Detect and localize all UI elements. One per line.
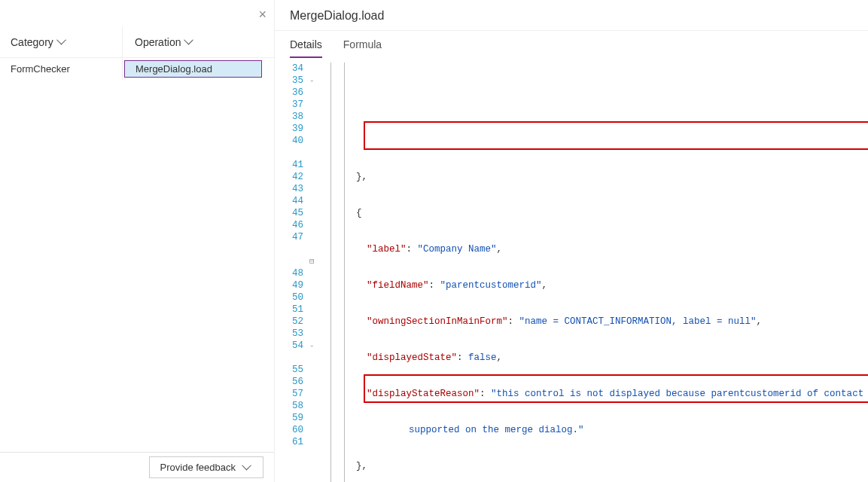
code-lines: }, { "label": "Company Name", "fieldName… [321, 63, 868, 482]
operation-cell: MergeDialog.load [122, 58, 274, 80]
category-header[interactable]: Category [0, 27, 122, 57]
category-header-label: Category [11, 36, 53, 48]
chevron-down-icon [243, 463, 252, 472]
fold-minus-icon[interactable]: - [309, 75, 315, 87]
left-footer: Provide feedback [0, 452, 274, 482]
chevron-down-icon [58, 38, 67, 47]
right-panel: MergeDialog.load Details Formula 3435363… [275, 0, 868, 482]
fold-minus-icon[interactable]: ⊟ [309, 255, 315, 267]
operation-header-label: Operation [135, 36, 181, 48]
operation-selected[interactable]: MergeDialog.load [124, 60, 262, 78]
category-cell[interactable]: FormChecker [0, 58, 122, 80]
left-panel: × Category Operation FormChecker MergeDi… [0, 0, 275, 482]
line-gutter: 3435363738394041424344454647484950515253… [275, 63, 308, 482]
operation-header[interactable]: Operation [122, 27, 274, 57]
highlight-box [364, 121, 868, 150]
tab-formula-label: Formula [343, 38, 382, 50]
tab-formula[interactable]: Formula [343, 38, 382, 58]
chevron-down-icon [185, 38, 194, 47]
page-title: MergeDialog.load [275, 0, 868, 31]
code-token: "label" [367, 244, 407, 255]
operation-value: MergeDialog.load [136, 63, 212, 75]
code-token: }, [356, 172, 367, 182]
code-token: { [356, 208, 362, 218]
provide-feedback-button[interactable]: Provide feedback [149, 456, 263, 478]
category-value: FormChecker [11, 63, 70, 75]
table-row: FormChecker MergeDialog.load [0, 57, 274, 80]
tab-details[interactable]: Details [290, 38, 322, 58]
close-icon[interactable]: × [258, 8, 266, 21]
feedback-label: Provide feedback [160, 462, 236, 473]
title-text: MergeDialog.load [290, 9, 384, 22]
tabs: Details Formula [275, 31, 868, 58]
fold-minus-icon[interactable]: - [309, 340, 315, 352]
column-headers: Category Operation [0, 27, 274, 57]
fold-column: - ⊟ - [308, 63, 321, 482]
code-editor[interactable]: 3435363738394041424344454647484950515253… [275, 58, 868, 482]
tab-details-label: Details [290, 38, 322, 50]
